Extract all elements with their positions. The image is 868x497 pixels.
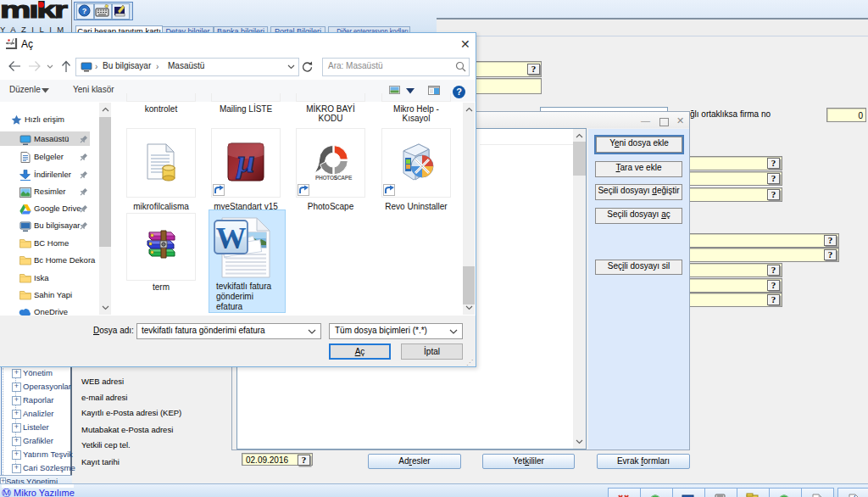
svg-text:?: ? <box>82 7 87 15</box>
svg-text:μ: μ <box>235 143 254 179</box>
svg-text:PHOTOSCAPE: PHOTOSCAPE <box>315 175 353 181</box>
svg-text:W: W <box>216 221 247 255</box>
